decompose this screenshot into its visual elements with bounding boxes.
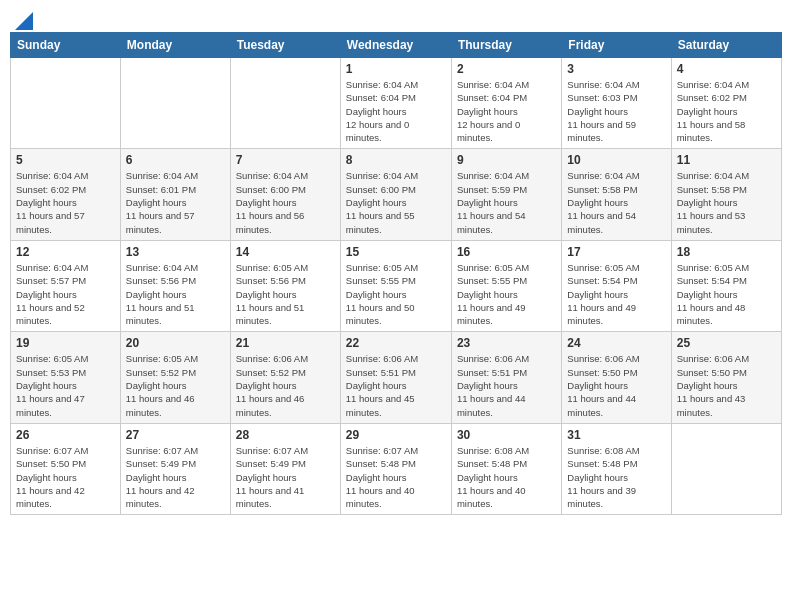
day-number: 3 (567, 62, 665, 76)
weekday-header-thursday: Thursday (451, 33, 561, 58)
weekday-header-friday: Friday (562, 33, 671, 58)
calendar-cell: 3 Sunrise: 6:04 AM Sunset: 6:03 PM Dayli… (562, 58, 671, 149)
day-info: Sunrise: 6:05 AM Sunset: 5:54 PM Dayligh… (677, 261, 776, 327)
calendar-cell: 4 Sunrise: 6:04 AM Sunset: 6:02 PM Dayli… (671, 58, 781, 149)
day-number: 10 (567, 153, 665, 167)
weekday-header-wednesday: Wednesday (340, 33, 451, 58)
weekday-header-saturday: Saturday (671, 33, 781, 58)
day-info: Sunrise: 6:04 AM Sunset: 5:57 PM Dayligh… (16, 261, 115, 327)
calendar-cell: 29 Sunrise: 6:07 AM Sunset: 5:48 PM Dayl… (340, 423, 451, 514)
page-header (10, 10, 782, 26)
calendar-cell: 5 Sunrise: 6:04 AM Sunset: 6:02 PM Dayli… (11, 149, 121, 240)
day-info: Sunrise: 6:04 AM Sunset: 5:56 PM Dayligh… (126, 261, 225, 327)
calendar-cell: 15 Sunrise: 6:05 AM Sunset: 5:55 PM Dayl… (340, 240, 451, 331)
calendar-table: SundayMondayTuesdayWednesdayThursdayFrid… (10, 32, 782, 515)
svg-marker-0 (15, 12, 33, 30)
day-number: 30 (457, 428, 556, 442)
calendar-cell: 12 Sunrise: 6:04 AM Sunset: 5:57 PM Dayl… (11, 240, 121, 331)
day-number: 13 (126, 245, 225, 259)
weekday-header-row: SundayMondayTuesdayWednesdayThursdayFrid… (11, 33, 782, 58)
day-info: Sunrise: 6:04 AM Sunset: 6:01 PM Dayligh… (126, 169, 225, 235)
day-info: Sunrise: 6:04 AM Sunset: 6:03 PM Dayligh… (567, 78, 665, 144)
day-info: Sunrise: 6:08 AM Sunset: 5:48 PM Dayligh… (457, 444, 556, 510)
day-info: Sunrise: 6:05 AM Sunset: 5:52 PM Dayligh… (126, 352, 225, 418)
day-info: Sunrise: 6:04 AM Sunset: 6:02 PM Dayligh… (16, 169, 115, 235)
day-info: Sunrise: 6:04 AM Sunset: 6:04 PM Dayligh… (346, 78, 446, 144)
day-info: Sunrise: 6:07 AM Sunset: 5:50 PM Dayligh… (16, 444, 115, 510)
day-number: 2 (457, 62, 556, 76)
calendar-cell: 28 Sunrise: 6:07 AM Sunset: 5:49 PM Dayl… (230, 423, 340, 514)
weekday-header-sunday: Sunday (11, 33, 121, 58)
calendar-cell: 16 Sunrise: 6:05 AM Sunset: 5:55 PM Dayl… (451, 240, 561, 331)
day-info: Sunrise: 6:04 AM Sunset: 6:04 PM Dayligh… (457, 78, 556, 144)
logo (14, 16, 33, 26)
calendar-cell: 25 Sunrise: 6:06 AM Sunset: 5:50 PM Dayl… (671, 332, 781, 423)
calendar-cell: 11 Sunrise: 6:04 AM Sunset: 5:58 PM Dayl… (671, 149, 781, 240)
day-number: 29 (346, 428, 446, 442)
day-number: 4 (677, 62, 776, 76)
calendar-cell: 27 Sunrise: 6:07 AM Sunset: 5:49 PM Dayl… (120, 423, 230, 514)
calendar-week-row: 19 Sunrise: 6:05 AM Sunset: 5:53 PM Dayl… (11, 332, 782, 423)
day-info: Sunrise: 6:05 AM Sunset: 5:56 PM Dayligh… (236, 261, 335, 327)
calendar-week-row: 5 Sunrise: 6:04 AM Sunset: 6:02 PM Dayli… (11, 149, 782, 240)
day-number: 26 (16, 428, 115, 442)
calendar-cell: 8 Sunrise: 6:04 AM Sunset: 6:00 PM Dayli… (340, 149, 451, 240)
day-number: 8 (346, 153, 446, 167)
calendar-cell: 24 Sunrise: 6:06 AM Sunset: 5:50 PM Dayl… (562, 332, 671, 423)
day-info: Sunrise: 6:07 AM Sunset: 5:48 PM Dayligh… (346, 444, 446, 510)
calendar-cell (671, 423, 781, 514)
day-number: 31 (567, 428, 665, 442)
weekday-header-tuesday: Tuesday (230, 33, 340, 58)
calendar-cell: 19 Sunrise: 6:05 AM Sunset: 5:53 PM Dayl… (11, 332, 121, 423)
calendar-cell: 1 Sunrise: 6:04 AM Sunset: 6:04 PM Dayli… (340, 58, 451, 149)
day-number: 28 (236, 428, 335, 442)
day-info: Sunrise: 6:08 AM Sunset: 5:48 PM Dayligh… (567, 444, 665, 510)
day-info: Sunrise: 6:06 AM Sunset: 5:50 PM Dayligh… (677, 352, 776, 418)
day-number: 1 (346, 62, 446, 76)
calendar-cell: 14 Sunrise: 6:05 AM Sunset: 5:56 PM Dayl… (230, 240, 340, 331)
day-info: Sunrise: 6:06 AM Sunset: 5:51 PM Dayligh… (457, 352, 556, 418)
calendar-week-row: 1 Sunrise: 6:04 AM Sunset: 6:04 PM Dayli… (11, 58, 782, 149)
calendar-cell: 9 Sunrise: 6:04 AM Sunset: 5:59 PM Dayli… (451, 149, 561, 240)
day-number: 17 (567, 245, 665, 259)
calendar-cell: 13 Sunrise: 6:04 AM Sunset: 5:56 PM Dayl… (120, 240, 230, 331)
day-number: 7 (236, 153, 335, 167)
day-info: Sunrise: 6:04 AM Sunset: 5:58 PM Dayligh… (567, 169, 665, 235)
day-number: 25 (677, 336, 776, 350)
day-number: 5 (16, 153, 115, 167)
day-info: Sunrise: 6:06 AM Sunset: 5:50 PM Dayligh… (567, 352, 665, 418)
calendar-cell: 18 Sunrise: 6:05 AM Sunset: 5:54 PM Dayl… (671, 240, 781, 331)
day-info: Sunrise: 6:06 AM Sunset: 5:51 PM Dayligh… (346, 352, 446, 418)
day-info: Sunrise: 6:05 AM Sunset: 5:53 PM Dayligh… (16, 352, 115, 418)
calendar-cell: 26 Sunrise: 6:07 AM Sunset: 5:50 PM Dayl… (11, 423, 121, 514)
day-number: 11 (677, 153, 776, 167)
day-number: 15 (346, 245, 446, 259)
day-number: 9 (457, 153, 556, 167)
day-number: 22 (346, 336, 446, 350)
calendar-cell (230, 58, 340, 149)
day-number: 14 (236, 245, 335, 259)
day-number: 21 (236, 336, 335, 350)
calendar-cell: 30 Sunrise: 6:08 AM Sunset: 5:48 PM Dayl… (451, 423, 561, 514)
calendar-cell: 10 Sunrise: 6:04 AM Sunset: 5:58 PM Dayl… (562, 149, 671, 240)
calendar-cell: 31 Sunrise: 6:08 AM Sunset: 5:48 PM Dayl… (562, 423, 671, 514)
day-number: 6 (126, 153, 225, 167)
day-info: Sunrise: 6:04 AM Sunset: 5:59 PM Dayligh… (457, 169, 556, 235)
day-number: 27 (126, 428, 225, 442)
day-number: 18 (677, 245, 776, 259)
day-info: Sunrise: 6:05 AM Sunset: 5:54 PM Dayligh… (567, 261, 665, 327)
logo-triangle-icon (15, 12, 33, 30)
day-info: Sunrise: 6:07 AM Sunset: 5:49 PM Dayligh… (236, 444, 335, 510)
calendar-week-row: 26 Sunrise: 6:07 AM Sunset: 5:50 PM Dayl… (11, 423, 782, 514)
calendar-cell: 21 Sunrise: 6:06 AM Sunset: 5:52 PM Dayl… (230, 332, 340, 423)
calendar-week-row: 12 Sunrise: 6:04 AM Sunset: 5:57 PM Dayl… (11, 240, 782, 331)
day-info: Sunrise: 6:07 AM Sunset: 5:49 PM Dayligh… (126, 444, 225, 510)
day-info: Sunrise: 6:04 AM Sunset: 6:00 PM Dayligh… (236, 169, 335, 235)
day-info: Sunrise: 6:04 AM Sunset: 6:02 PM Dayligh… (677, 78, 776, 144)
day-number: 12 (16, 245, 115, 259)
day-number: 19 (16, 336, 115, 350)
calendar-cell: 23 Sunrise: 6:06 AM Sunset: 5:51 PM Dayl… (451, 332, 561, 423)
calendar-cell: 6 Sunrise: 6:04 AM Sunset: 6:01 PM Dayli… (120, 149, 230, 240)
calendar-cell: 20 Sunrise: 6:05 AM Sunset: 5:52 PM Dayl… (120, 332, 230, 423)
calendar-cell (11, 58, 121, 149)
